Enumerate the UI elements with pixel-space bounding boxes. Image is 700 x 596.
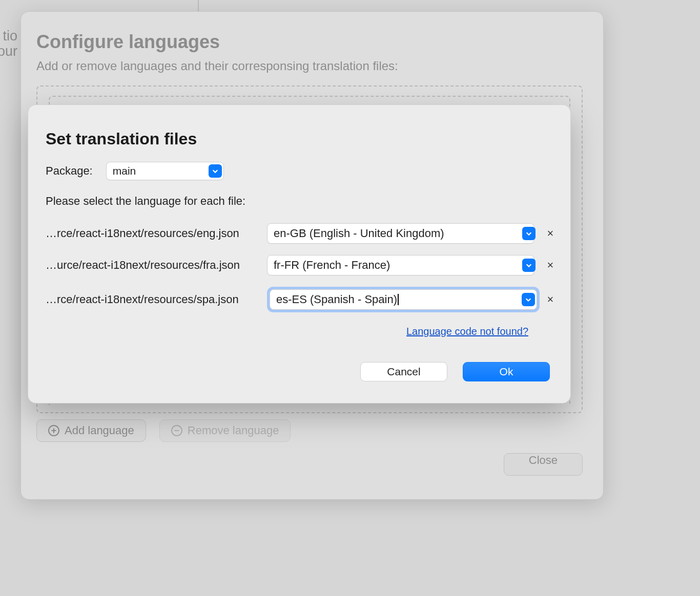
package-select-value: main [113, 165, 136, 177]
modal-title: Set translation files [46, 130, 551, 148]
chevron-down-icon [209, 164, 222, 178]
chevron-down-icon [522, 227, 536, 240]
remove-row-button[interactable]: × [544, 293, 557, 306]
file-path: …rce/react-i18next/resources/eng.json [46, 227, 261, 240]
file-row: …urce/react-i18next/resources/fra.json f… [46, 255, 551, 275]
remove-language-label: Remove language [188, 424, 279, 437]
instruction-text: Please select the language for each file… [46, 195, 551, 208]
close-button[interactable]: Close [504, 453, 583, 476]
add-language-button[interactable]: + Add language [36, 419, 146, 442]
language-select[interactable]: en-GB (English - United Kingdom) [267, 223, 538, 244]
add-language-label: Add language [65, 424, 134, 437]
minus-circle-icon: − [171, 425, 182, 436]
text-caret [398, 294, 399, 305]
bg-truncated-text: tio our [0, 28, 17, 59]
plus-circle-icon: + [48, 425, 59, 436]
language-select[interactable]: fr-FR (French - France) [267, 255, 538, 275]
package-label: Package: [46, 164, 93, 178]
set-translation-files-modal: Set translation files Package: main Plea… [28, 104, 571, 403]
remove-row-button[interactable]: × [544, 227, 557, 240]
config-languages-subtitle: Add or remove languages and their corres… [36, 59, 583, 73]
language-select-value: fr-FR (French - France) [274, 259, 390, 272]
ok-button[interactable]: Ok [463, 362, 550, 381]
chevron-down-icon [522, 293, 535, 306]
language-select-value: es-ES (Spanish - Spain) [276, 293, 397, 306]
cancel-button[interactable]: Cancel [360, 362, 447, 381]
language-select-focused[interactable]: es-ES (Spanish - Spain) [267, 287, 540, 312]
remove-language-button[interactable]: − Remove language [159, 419, 291, 442]
remove-row-button[interactable]: × [544, 259, 557, 272]
bg-divider [198, 0, 199, 12]
file-row: …rce/react-i18next/resources/spa.json es… [46, 287, 551, 312]
config-languages-title: Configure languages [36, 31, 583, 53]
file-path: …urce/react-i18next/resources/fra.json [46, 259, 261, 272]
package-select[interactable]: main [106, 162, 224, 180]
language-code-help-link[interactable]: Language code not found? [406, 326, 528, 337]
chevron-down-icon [522, 259, 536, 272]
file-path: …rce/react-i18next/resources/spa.json [46, 293, 261, 306]
language-select-value: en-GB (English - United Kingdom) [274, 227, 444, 240]
file-row: …rce/react-i18next/resources/eng.json en… [46, 223, 551, 244]
